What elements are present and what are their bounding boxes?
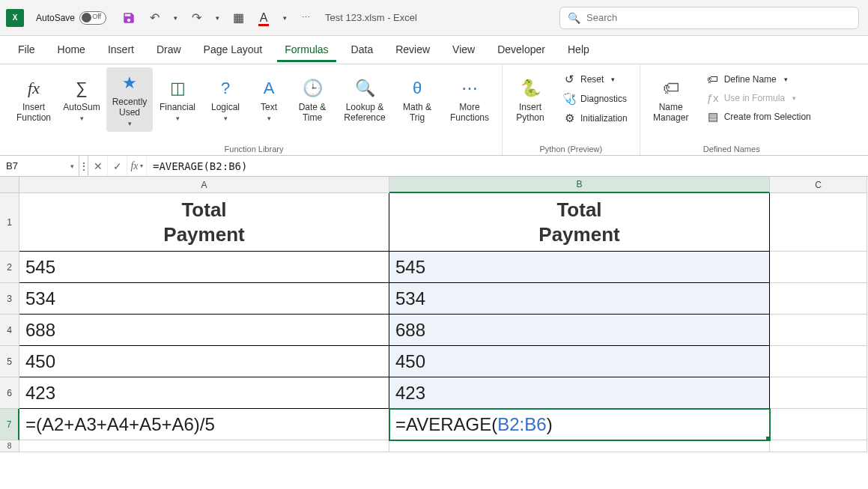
define-name-button[interactable]: 🏷 Define Name▾ [702,70,816,88]
use-in-formula-button: ƒx Use in Formula▾ [702,89,816,106]
formula-bar: B7▾ ⋮ ✕ ✓ fx▾ [0,156,868,177]
cell-B1[interactable]: TotalPayment [389,193,770,252]
x-icon: ✕ [94,160,103,172]
cell-A6[interactable]: 423 [19,377,389,409]
recently-used-button[interactable]: ★ Recently Used▾ [106,67,153,132]
star-icon: ★ [118,72,141,94]
lookup-reference-button[interactable]: 🔍 Lookup & Reference [337,67,392,132]
question-icon: ? [214,77,237,100]
group-defined-names: 🏷 Name Manager 🏷 Define Name▾ ƒx Use in … [640,64,823,155]
tab-home[interactable]: Home [50,39,93,62]
clock-icon: 🕒 [301,77,324,100]
save-icon [122,11,136,25]
row-header-1[interactable]: 1 [0,193,19,252]
row-header-6[interactable]: 6 [0,377,19,409]
tab-data[interactable]: Data [344,39,381,62]
cell-C8[interactable] [770,440,867,452]
row-header-3[interactable]: 3 [0,283,19,315]
custom-qat-button[interactable]: ▦ [229,9,247,27]
cell-C3[interactable] [770,283,867,315]
insert-function-button[interactable]: fx Insert Function [10,67,57,132]
select-all-corner[interactable] [0,177,19,193]
redo-button[interactable]: ↷ [187,9,205,27]
cell-B3[interactable]: 534 [389,283,770,315]
tab-help[interactable]: Help [560,39,597,62]
cell-A3[interactable]: 534 [19,283,389,315]
cell-A2[interactable]: 545 [19,252,389,283]
redo-dropdown[interactable]: ▾ [213,9,222,27]
cell-C1[interactable] [770,193,867,252]
cell-A7[interactable]: =(A2+A3+A4+A5+A6)/5 [19,409,389,440]
cell-C7[interactable] [770,409,867,440]
row-header-5[interactable]: 5 [0,346,19,377]
cell-B6[interactable]: 423 [389,377,770,409]
sigma-icon: ∑ [70,77,93,100]
tab-page-layout[interactable]: Page Layout [196,39,270,62]
row-header-7[interactable]: 7 [0,409,19,440]
reset-icon: ↺ [562,73,576,86]
column-header-B[interactable]: B [389,177,770,193]
column-header-A[interactable]: A [19,177,389,193]
qat-overflow[interactable]: ⋯ [297,9,315,27]
undo-button[interactable]: ↶ [145,9,163,27]
diagnostics-button[interactable]: 🩺 Diagnostics [558,90,632,108]
math-trig-button[interactable]: θ Math & Trig [394,67,440,132]
autosave-state: Off [92,13,101,20]
column-header-C[interactable]: C [770,177,867,193]
more-functions-button[interactable]: ⋯ More Functions [442,67,497,132]
save-button[interactable] [120,9,138,27]
cell-B8[interactable] [389,440,770,452]
name-box[interactable]: B7▾ [0,156,79,176]
cell-A4[interactable]: 688 [19,315,389,346]
group-label: Defined Names [703,145,760,154]
cell-C6[interactable] [770,377,867,409]
insert-python-button[interactable]: 🐍 Insert Python [507,67,553,132]
accept-formula-button[interactable]: ✓ [108,156,127,176]
tab-formulas[interactable]: Formulas [277,39,336,62]
fx-button[interactable]: fx▾ [127,156,147,176]
cell-B5[interactable]: 450 [389,346,770,377]
create-from-selection-button[interactable]: ▤ Create from Selection [702,108,816,126]
cell-B7[interactable]: =AVERAGE(B2:B6) [389,409,770,440]
row-header-2[interactable]: 2 [0,252,19,283]
logical-button[interactable]: ? Logical▾ [202,67,249,132]
name-manager-button[interactable]: 🏷 Name Manager [645,67,697,132]
initialization-button[interactable]: ⚙ Initialization [558,109,632,127]
tab-file[interactable]: File [10,39,43,62]
search-input[interactable] [586,12,851,23]
cell-B2[interactable]: 545 [389,252,770,283]
tab-draw[interactable]: Draw [149,39,189,62]
search-box[interactable]: 🔍 [559,7,859,29]
tab-developer[interactable]: Developer [490,39,553,62]
cancel-formula-button[interactable]: ✕ [88,156,108,176]
text-button[interactable]: A Text▾ [250,67,288,132]
chevron-down-icon: ▾ [70,163,74,170]
autosum-button[interactable]: ∑ AutoSum▾ [58,67,105,132]
reset-button[interactable]: ↺ Reset▾ [558,70,632,88]
cell-C2[interactable] [770,252,867,283]
row-header-4[interactable]: 4 [0,315,19,346]
cell-C5[interactable] [770,346,867,377]
tab-view[interactable]: View [445,39,482,62]
autosave-toggle[interactable]: Off [79,11,106,25]
quick-access-toolbar: ↶ ▾ ↷ ▾ ▦ A ▾ ⋯ [120,9,315,27]
formula-input[interactable] [147,156,868,176]
font-color-dropdown[interactable]: ▾ [280,9,289,27]
diagnostics-icon: 🩺 [562,92,576,106]
undo-dropdown[interactable]: ▾ [171,9,180,27]
row-header-8[interactable]: 8 [0,440,19,452]
undo-icon: ↶ [150,10,160,25]
tab-insert[interactable]: Insert [100,39,142,62]
tab-review[interactable]: Review [388,39,437,62]
lookup-icon: 🔍 [353,77,376,100]
font-color-button[interactable]: A [255,9,273,27]
date-time-button[interactable]: 🕒 Date & Time [289,67,336,132]
cell-C4[interactable] [770,315,867,346]
cell-B4[interactable]: 688 [389,315,770,346]
cell-A1[interactable]: TotalPayment [19,193,389,252]
cell-A8[interactable] [19,440,389,452]
financial-button[interactable]: ◫ Financial▾ [154,67,201,132]
worksheet-grid[interactable]: A B C 1 TotalPayment TotalPayment 2 545 … [0,177,868,489]
cell-A5[interactable]: 450 [19,346,389,377]
more-icon: ⋯ [458,77,481,100]
